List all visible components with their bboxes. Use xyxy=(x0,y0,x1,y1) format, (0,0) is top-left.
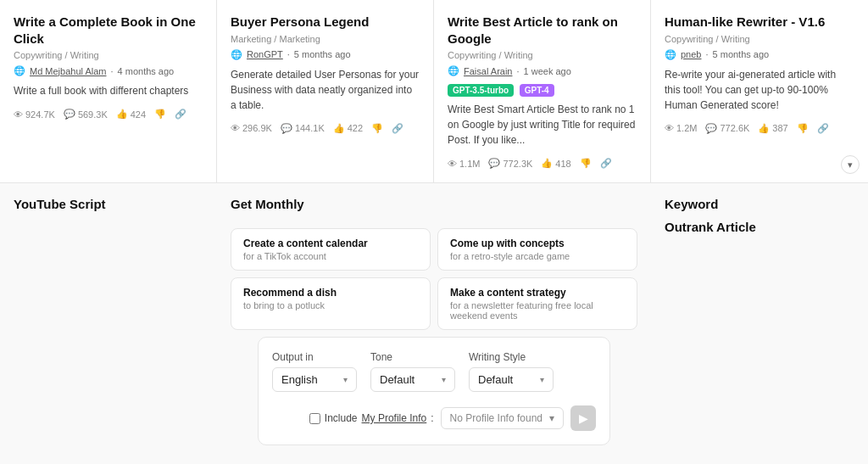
card-human-rewriter-time: 5 months ago xyxy=(713,49,770,59)
footer-row: Include My Profile Info : No Profile Inf… xyxy=(272,405,596,431)
right-section: Keyword Outrank Article xyxy=(651,183,868,464)
card-human-rewriter-meta: 🌐 pneb · 5 months ago xyxy=(665,49,854,60)
views-icon: 👁 1.1M xyxy=(448,159,480,169)
comments-icon: 💬 772.6K xyxy=(705,123,749,134)
card-buyer-persona-author[interactable]: RonGPT xyxy=(247,49,283,59)
keyword-header: Keyword xyxy=(651,183,868,220)
tone-chevron-icon: ▾ xyxy=(442,375,446,384)
card-best-article-time: 1 week ago xyxy=(524,66,571,76)
card-write-book-author[interactable]: Md Mejbahul Alam xyxy=(30,66,107,76)
card-best-article-title: Write Best Article to rank on Google xyxy=(448,14,637,47)
dislike-icon: 👎 xyxy=(580,158,592,169)
likes-icon: 👍 424 xyxy=(116,109,146,120)
card-human-rewriter-desc: Re-write your ai-generated article with … xyxy=(665,67,854,113)
profile-chevron-icon: ▾ xyxy=(549,412,554,424)
style-select[interactable]: Default ▾ xyxy=(469,367,554,392)
card-write-book-category: Copywriting / Writing xyxy=(14,50,203,60)
include-label: Include xyxy=(325,412,358,424)
prompt-card-2[interactable]: Recommend a dish to bring to a potluck xyxy=(231,277,431,330)
link-icon: 🔗 xyxy=(600,158,612,169)
card-human-rewriter-stats: 👁 1.2M 💬 772.6K 👍 387 👎 🔗 xyxy=(665,123,854,134)
tone-control: Tone Default ▾ xyxy=(370,351,455,392)
bottom-section: YouTube Script Get Monthly Create a cont… xyxy=(0,183,868,464)
card-buyer-persona-title: Buyer Persona Legend xyxy=(231,14,420,31)
output-value: English xyxy=(281,373,318,386)
dislike-icon: 👎 xyxy=(797,123,809,134)
output-select[interactable]: English ▾ xyxy=(272,367,357,392)
card-human-rewriter: Human-like Rewriter - V1.6 Copywriting /… xyxy=(651,0,868,182)
card-human-rewriter-author[interactable]: pneb xyxy=(681,49,701,59)
card-buyer-persona-desc: Generate detailed User Personas for your… xyxy=(231,67,420,113)
left-section: YouTube Script xyxy=(0,183,217,464)
card-write-book-meta: 🌐 Md Mejbahul Alam · 4 months ago xyxy=(14,65,203,76)
profile-checkbox-wrapper: Include My Profile Info : xyxy=(309,412,434,424)
tone-value: Default xyxy=(380,373,415,386)
outrank-header: Outrank Article xyxy=(651,220,868,243)
card-best-article-meta: 🌐 Faisal Arain · 1 week ago xyxy=(448,65,637,76)
scroll-down-button[interactable]: ▾ xyxy=(841,155,860,174)
card-write-book-time-val: 4 months ago xyxy=(118,66,175,76)
gpt4-badge: GPT-4 xyxy=(520,84,554,97)
prompt-card-0-title: Create a content calendar xyxy=(243,238,418,249)
card-best-article-badges: GPT-3.5-turbo GPT-4 xyxy=(448,83,637,97)
card-write-book-title: Write a Complete Book in One Click xyxy=(14,14,203,47)
output-chevron-icon: ▾ xyxy=(343,375,348,384)
prompt-card-3[interactable]: Make a content strategy for a newsletter… xyxy=(437,277,637,330)
card-human-rewriter-category: Copywriting / Writing xyxy=(665,34,854,44)
views-icon: 👁 296.9K xyxy=(231,123,272,133)
output-label: Output in xyxy=(272,351,357,363)
likes-icon: 👍 418 xyxy=(541,158,570,169)
tone-label: Tone xyxy=(370,351,455,363)
card-buyer-persona-meta: 🌐 RonGPT · 5 months ago xyxy=(231,49,420,60)
controls-row: Output in English ▾ Tone Default ▾ xyxy=(272,351,596,392)
card-best-article-desc: Write Best Smart Article Best to rank no… xyxy=(448,102,637,148)
likes-icon: 👍 387 xyxy=(758,123,787,134)
prompt-card-3-sub: for a newsletter featuring free local we… xyxy=(450,300,625,321)
profile-select[interactable]: No Profile Info found ▾ xyxy=(441,407,564,429)
prompt-card-2-sub: to bring to a potluck xyxy=(243,300,418,310)
prompt-card-0[interactable]: Create a content calendar for a TikTok a… xyxy=(231,228,431,271)
style-control: Writing Style Default ▾ xyxy=(469,351,554,392)
send-button[interactable]: ▶ xyxy=(570,405,596,431)
youtube-script-header: YouTube Script xyxy=(0,183,217,220)
send-icon: ▶ xyxy=(579,411,588,425)
views-icon: 👁 1.2M xyxy=(665,123,697,133)
card-buyer-persona-category: Marketing / Marketing xyxy=(231,34,420,44)
prompt-card-1[interactable]: Come up with concepts for a retro-style … xyxy=(437,228,637,271)
card-write-book: Write a Complete Book in One Click Copyw… xyxy=(0,0,217,182)
globe-icon: 🌐 xyxy=(665,49,676,60)
views-icon: 👁 924.7K xyxy=(14,109,55,120)
globe-icon: 🌐 xyxy=(231,49,242,60)
prompt-card-3-title: Make a content strategy xyxy=(450,287,625,299)
prompt-area: Create a content calendar for a TikTok a… xyxy=(217,220,651,464)
prompt-card-2-title: Recommend a dish xyxy=(243,287,418,299)
style-value: Default xyxy=(478,373,513,386)
top-cards-row: Write a Complete Book in One Click Copyw… xyxy=(0,0,868,183)
card-write-book-stats: 👁 924.7K 💬 569.3K 👍 424 👎 🔗 xyxy=(14,109,203,120)
link-icon: 🔗 xyxy=(392,123,403,134)
card-best-article: Write Best Article to rank on Google Cop… xyxy=(434,0,651,182)
controls-area: Output in English ▾ Tone Default ▾ xyxy=(258,337,610,445)
prompt-grid: Create a content calendar for a TikTok a… xyxy=(231,228,637,330)
globe-icon: 🌐 xyxy=(14,65,25,76)
globe-icon: 🌐 xyxy=(448,65,459,76)
card-best-article-category: Copywriting / Writing xyxy=(448,50,637,60)
controls-wrapper: Output in English ▾ Tone Default ▾ xyxy=(231,337,637,459)
card-human-rewriter-title: Human-like Rewriter - V1.6 xyxy=(665,14,854,31)
my-profile-info-link[interactable]: My Profile Info xyxy=(362,412,427,424)
card-best-article-author[interactable]: Faisal Arain xyxy=(464,66,512,76)
comments-icon: 💬 569.3K xyxy=(64,109,108,120)
card-write-book-desc: Write a full book with different chapter… xyxy=(14,83,203,98)
style-chevron-icon: ▾ xyxy=(540,375,544,384)
card-write-book-time: · xyxy=(111,66,114,76)
style-label: Writing Style xyxy=(469,351,554,363)
comments-icon: 💬 144.1K xyxy=(281,123,325,134)
include-profile-checkbox[interactable] xyxy=(309,413,320,424)
prompt-card-1-sub: for a retro-style arcade game xyxy=(450,251,625,261)
profile-placeholder: No Profile Info found xyxy=(450,412,542,424)
prompt-card-1-title: Come up with concepts xyxy=(450,238,625,249)
link-icon: 🔗 xyxy=(175,109,186,120)
dislike-icon: 👎 xyxy=(154,109,166,120)
likes-icon: 👍 422 xyxy=(333,123,363,134)
tone-select[interactable]: Default ▾ xyxy=(370,367,455,392)
